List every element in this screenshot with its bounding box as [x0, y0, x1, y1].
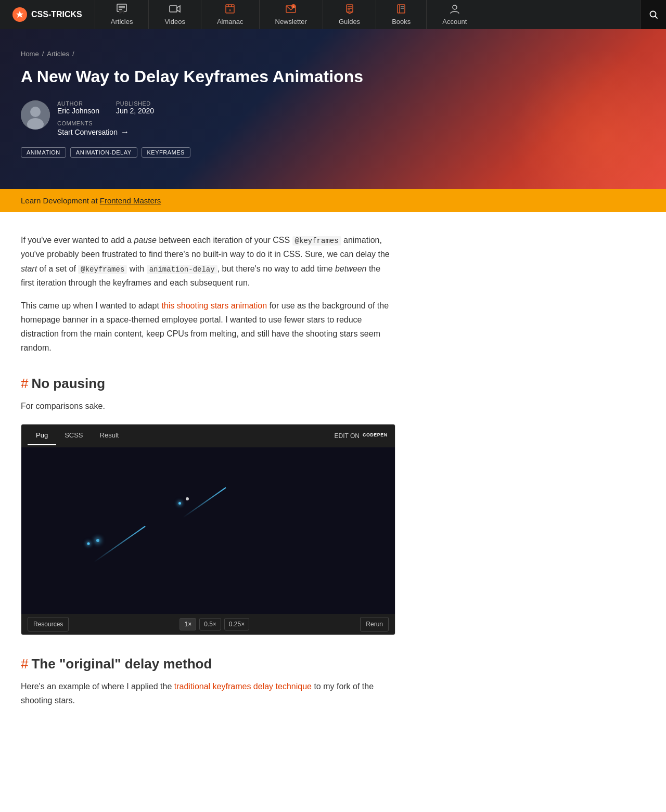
svg-rect-7 — [170, 6, 177, 12]
books-label: Books — [392, 18, 411, 25]
sparkle-1 — [186, 497, 189, 500]
navigation: CSS-TRICKS Articles — [0, 0, 666, 29]
articles-icon — [116, 4, 127, 17]
comments-group: Comments Start Conversation → — [57, 118, 154, 137]
guides-label: Guides — [339, 18, 360, 25]
svg-text:CODEPEN: CODEPEN — [363, 432, 388, 437]
breadcrumb-articles[interactable]: Articles — [47, 50, 69, 58]
breadcrumb: Home / Articles / — [21, 50, 645, 58]
section-2-title: The "original" delay method — [31, 656, 212, 672]
search-button[interactable] — [640, 0, 666, 29]
svg-rect-21 — [398, 5, 405, 13]
shooting-stars-link[interactable]: this shooting stars animation — [161, 301, 267, 310]
almanac-icon: A — [224, 4, 236, 17]
codepen-preview — [21, 447, 395, 614]
article-title: A New Way to Delay Keyframes Animations — [21, 66, 385, 88]
account-icon — [449, 4, 460, 17]
arrow-right-icon: → — [121, 127, 129, 137]
published-label: Published — [116, 100, 154, 107]
breadcrumb-home[interactable]: Home — [21, 50, 39, 58]
codepen-tabs: Pug SCSS Result — [28, 426, 127, 445]
codepen-edit-link[interactable]: EDIT ON CODEPEN — [335, 431, 389, 441]
videos-label: Videos — [164, 18, 185, 25]
videos-icon — [169, 4, 181, 17]
tag-animation-delay[interactable]: ANIMATION-DELAY — [70, 147, 137, 158]
newsletter-label: Newsletter — [275, 18, 307, 25]
account-label: Account — [442, 18, 467, 25]
tag-keyframes[interactable]: KEYFRAMES — [142, 147, 190, 158]
start-conversation-text: Start Conversation — [57, 128, 118, 136]
section-2-paragraph: Here's an example of where I applied the… — [21, 679, 395, 707]
svg-marker-0 — [16, 11, 23, 18]
promo-banner: Learn Development at Frontend Masters — [0, 189, 666, 212]
breadcrumb-sep1: / — [42, 50, 44, 58]
codepen-tab-result[interactable]: Result — [92, 426, 127, 445]
star-dot-2 — [87, 543, 90, 545]
author-group: Author Eric Johnson — [57, 100, 99, 115]
hero-section: Home / Articles / A New Way to Delay Key… — [0, 29, 666, 189]
svg-text:A: A — [229, 8, 232, 12]
shooting-star-1 — [183, 487, 226, 518]
codepen-logo: CODEPEN — [363, 431, 389, 441]
sparkle-2 — [96, 539, 99, 542]
codepen-resources-button[interactable]: Resources — [28, 617, 69, 631]
speed-1x[interactable]: 1× — [180, 618, 196, 630]
speed-half[interactable]: 0.5× — [199, 618, 221, 630]
codepen-embed: Pug SCSS Result EDIT ON CODEPEN — [21, 424, 395, 635]
section-2-hash: # — [21, 656, 28, 672]
codepen-tab-pug[interactable]: Pug — [28, 426, 56, 445]
svg-point-26 — [650, 11, 656, 17]
codepen-speed-controls: 1× 0.5× 0.25× — [180, 618, 249, 630]
section-1-title: No pausing — [31, 376, 105, 392]
promo-text: Learn Development at — [21, 196, 100, 205]
author-name: Eric Johnson — [57, 107, 99, 115]
nav-item-account[interactable]: Account — [426, 0, 482, 29]
nav-item-guides[interactable]: Guides — [323, 0, 376, 29]
svg-point-25 — [453, 5, 457, 9]
intro-paragraph-2: This came up when I wanted to adapt this… — [21, 299, 395, 355]
section-1-hash: # — [21, 376, 28, 392]
section-2-heading: # The "original" delay method — [21, 656, 395, 672]
promo-link[interactable]: Frontend Masters — [100, 196, 161, 205]
nav-item-books[interactable]: Books — [376, 0, 426, 29]
speed-quarter[interactable]: 0.25× — [224, 618, 249, 630]
author-label: Author — [57, 100, 99, 107]
svg-point-29 — [30, 107, 41, 117]
article-body: If you've ever wanted to add a pause bet… — [21, 233, 395, 707]
article-tags: ANIMATION ANIMATION-DELAY KEYFRAMES — [21, 147, 645, 158]
logo-text: CSS-TRICKS — [31, 10, 82, 19]
codepen-footer: Resources 1× 0.5× 0.25× Rerun — [21, 614, 395, 635]
published-group: Published Jun 2, 2020 — [116, 100, 154, 115]
star-dot-1 — [178, 502, 181, 505]
logo-icon — [12, 7, 27, 22]
newsletter-icon: ! — [285, 4, 297, 17]
article-content: If you've ever wanted to add a pause bet… — [0, 212, 416, 737]
nav-item-newsletter[interactable]: ! Newsletter — [259, 0, 323, 29]
intro-paragraph-1: If you've ever wanted to add a pause bet… — [21, 233, 395, 290]
author-row: Author Eric Johnson Published Jun 2, 202… — [21, 100, 645, 137]
almanac-label: Almanac — [217, 18, 244, 25]
nav-item-videos[interactable]: Videos — [148, 0, 201, 29]
codepen-toolbar: Pug SCSS Result EDIT ON CODEPEN — [21, 424, 395, 447]
tag-animation[interactable]: ANIMATION — [21, 147, 66, 158]
codepen-tab-scss[interactable]: SCSS — [56, 426, 91, 445]
breadcrumb-sep2: / — [72, 50, 74, 58]
guides-icon — [344, 4, 355, 17]
codepen-edit-label: EDIT ON — [335, 432, 360, 440]
nav-item-articles[interactable]: Articles — [95, 0, 149, 29]
published-date: Jun 2, 2020 — [116, 107, 154, 115]
shooting-star-2 — [94, 526, 146, 562]
comments-label: Comments — [57, 120, 154, 126]
traditional-delay-link[interactable]: traditional keyframes delay technique — [174, 682, 312, 691]
codepen-rerun-button[interactable]: Rerun — [360, 617, 389, 631]
svg-marker-8 — [177, 6, 180, 12]
nav-item-almanac[interactable]: A Almanac — [201, 0, 259, 29]
start-conversation-link[interactable]: Start Conversation → — [57, 127, 154, 137]
svg-line-27 — [655, 17, 657, 19]
nav-items-list: Articles Videos A — [95, 0, 640, 29]
site-logo[interactable]: CSS-TRICKS — [0, 7, 95, 22]
books-icon — [395, 4, 407, 17]
author-avatar — [21, 100, 50, 130]
author-meta: Author Eric Johnson Published Jun 2, 202… — [57, 100, 154, 137]
section-1-desc: For comparisons sake. — [21, 399, 395, 413]
